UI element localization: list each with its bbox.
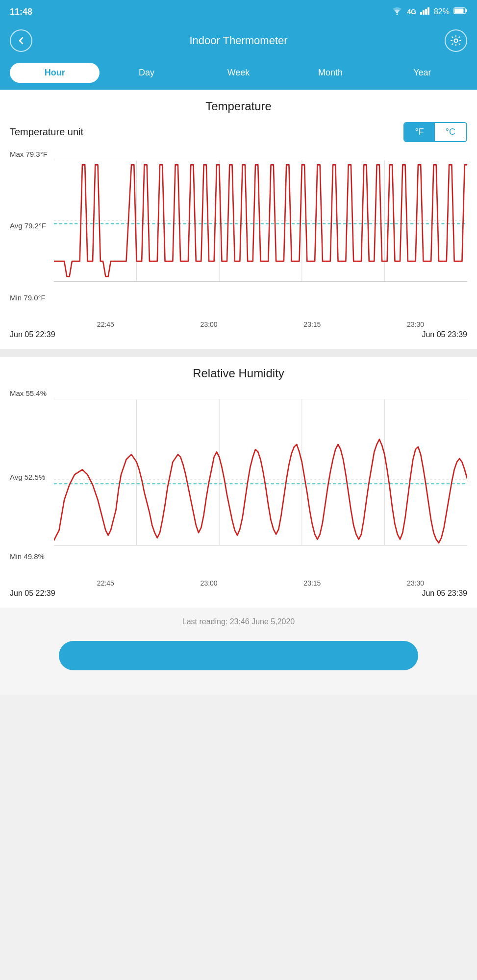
bottom-action-button[interactable] (59, 641, 418, 670)
temp-time-labels: 22:45 23:00 23:15 23:30 (10, 320, 467, 328)
temp-date-range: Jun 05 22:39 Jun 05 23:39 (10, 328, 467, 341)
temperature-chart-area (54, 160, 467, 302)
svg-rect-2 (423, 10, 425, 15)
temp-time-2: 23:00 (201, 320, 218, 328)
last-reading: Last reading: 23:46 June 5,2020 (0, 608, 477, 636)
status-icons: 4G 82% (391, 6, 467, 17)
svg-rect-4 (427, 7, 429, 15)
status-time: 11:48 (10, 7, 32, 17)
temperature-chart: Max 79.3°F Avg 79.2°F Min 79.0°F (10, 150, 467, 317)
humidity-title: Relative Humidity (10, 367, 467, 380)
tab-year[interactable]: Year (377, 63, 467, 83)
unit-celsius-button[interactable]: °C (435, 123, 466, 141)
temp-date-end: Jun 05 23:39 (422, 330, 467, 339)
svg-point-0 (397, 14, 398, 15)
section-separator (0, 349, 477, 357)
unit-label: Temperature unit (10, 126, 83, 138)
humidity-time-4: 23:30 (407, 579, 424, 587)
svg-point-8 (454, 39, 457, 43)
cell-bars-icon (420, 7, 430, 17)
temp-avg-label: Avg 79.2°F (10, 221, 46, 230)
temperature-title: Temperature (10, 99, 467, 113)
temp-time-1: 22:45 (97, 320, 114, 328)
humidity-chart-area (54, 399, 467, 561)
humidity-avg-label: Avg 52.5% (10, 473, 45, 481)
tab-day[interactable]: Day (101, 63, 191, 83)
temp-time-4: 23:30 (407, 320, 424, 328)
svg-rect-3 (425, 9, 427, 15)
tab-bar: Hour Day Week Month Year (0, 58, 477, 90)
temp-time-3: 23:15 (303, 320, 321, 328)
humidity-time-3: 23:15 (303, 579, 321, 587)
svg-rect-7 (466, 9, 467, 12)
humidity-min-label: Min 49.8% (10, 552, 45, 561)
temperature-section: Temperature Temperature unit °F °C Max 7… (0, 90, 477, 349)
svg-rect-6 (455, 9, 464, 13)
humidity-date-end: Jun 05 23:39 (422, 589, 467, 598)
unit-fahrenheit-button[interactable]: °F (404, 123, 435, 141)
tab-hour[interactable]: Hour (10, 63, 100, 83)
page-title: Indoor Thermometer (189, 34, 287, 47)
unit-row: Temperature unit °F °C (10, 122, 467, 142)
temp-date-start: Jun 05 22:39 (10, 330, 55, 339)
humidity-date-range: Jun 05 22:39 Jun 05 23:39 (10, 587, 467, 600)
tab-week[interactable]: Week (194, 63, 283, 83)
humidity-time-labels: 22:45 23:00 23:15 23:30 (10, 579, 467, 587)
unit-toggle: °F °C (403, 122, 467, 142)
humidity-max-label: Max 55.4% (10, 389, 47, 397)
app-header: Indoor Thermometer (0, 24, 477, 58)
temp-max-label: Max 79.3°F (10, 150, 48, 158)
battery-icon (453, 7, 467, 17)
status-bar: 11:48 4G 82% (0, 0, 477, 24)
battery-percent: 82% (434, 7, 450, 16)
settings-button[interactable] (445, 29, 467, 52)
humidity-chart: Max 55.4% Avg 52.5% Min 49.8% (10, 389, 467, 575)
tab-month[interactable]: Month (285, 63, 375, 83)
humidity-time-2: 23:00 (201, 579, 218, 587)
lte-icon: 4G (407, 8, 416, 16)
signal-icon (391, 6, 403, 17)
temp-min-label: Min 79.0°F (10, 294, 46, 302)
humidity-time-1: 22:45 (97, 579, 114, 587)
svg-rect-1 (420, 12, 422, 15)
back-button[interactable] (10, 29, 32, 52)
humidity-section: Relative Humidity Max 55.4% Avg 52.5% Mi… (0, 357, 477, 608)
humidity-date-start: Jun 05 22:39 (10, 589, 55, 598)
